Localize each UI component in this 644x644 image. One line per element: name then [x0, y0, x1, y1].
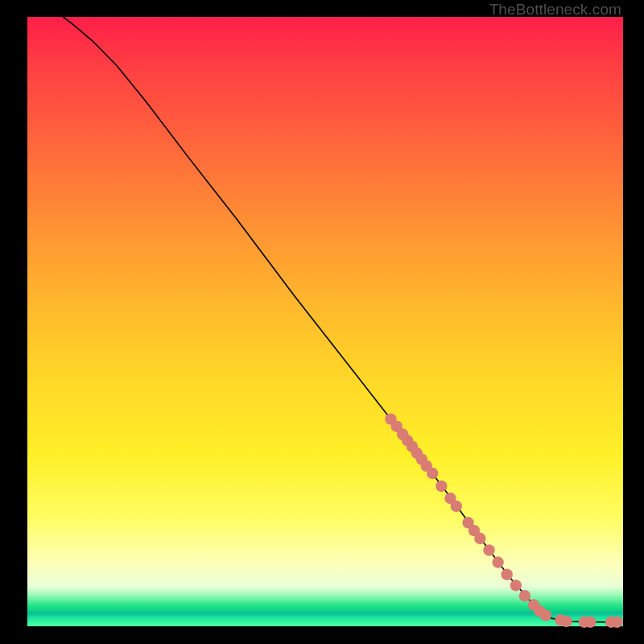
chart-frame: TheBottleneck.com — [0, 0, 644, 644]
data-dot — [436, 481, 447, 492]
data-dot — [519, 590, 530, 601]
plot-area — [27, 17, 623, 626]
data-dot — [502, 568, 513, 580]
data-dot — [451, 501, 462, 512]
data-dot — [474, 533, 485, 544]
bottleneck-curve — [63, 17, 617, 622]
data-dots — [385, 413, 623, 627]
data-dot — [540, 609, 551, 621]
data-dot — [492, 556, 503, 568]
chart-svg — [27, 17, 623, 626]
data-dot — [427, 468, 438, 479]
data-dot — [561, 616, 572, 627]
data-dot — [483, 544, 494, 555]
data-dot — [510, 580, 522, 591]
data-dot — [584, 617, 596, 628]
data-dot — [611, 617, 622, 628]
watermark-label: TheBottleneck.com — [489, 1, 621, 19]
